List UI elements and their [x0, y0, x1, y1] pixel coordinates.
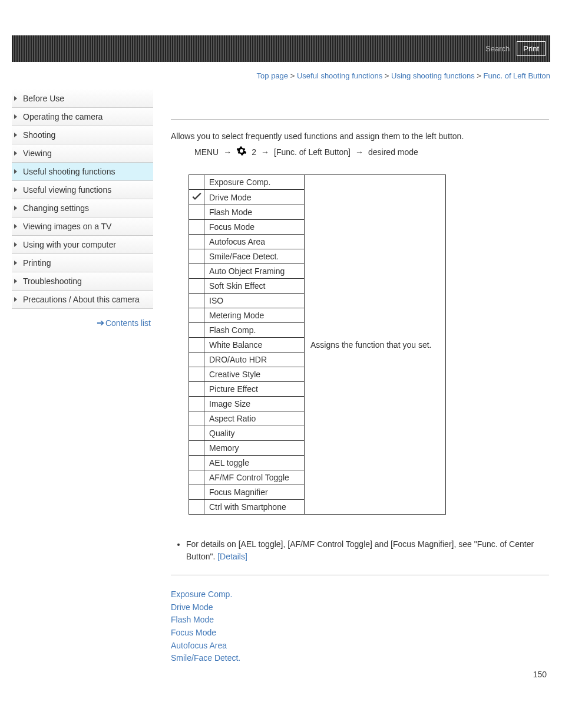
function-cell: Auto Object Framing	[204, 264, 305, 279]
table-row: Exposure Comp.Assigns the function that …	[189, 175, 446, 190]
sidebar-item[interactable]: Shooting	[12, 126, 153, 144]
check-cell	[189, 397, 204, 411]
function-cell: Focus Mode	[204, 220, 305, 235]
function-cell: AF/MF Control Toggle	[204, 470, 305, 485]
sidebar-item-label: Useful viewing functions	[23, 185, 111, 195]
sidebar-item-label: Operating the camera	[23, 112, 103, 121]
print-button[interactable]: Print	[517, 41, 546, 56]
function-cell: AEL toggle	[204, 456, 305, 470]
header-bar: Search Print	[12, 35, 550, 62]
function-cell: DRO/Auto HDR	[204, 353, 305, 367]
check-cell	[189, 279, 204, 294]
check-cell	[189, 470, 204, 485]
breadcrumb: Top page > Useful shooting functions > U…	[0, 71, 550, 80]
check-cell	[189, 264, 204, 279]
divider	[171, 575, 549, 575]
sidebar-item[interactable]: Troubleshooting	[12, 272, 153, 291]
function-cell: Soft Skin Effect	[204, 279, 305, 294]
function-cell: Flash Mode	[204, 205, 305, 220]
sidebar-item[interactable]: Operating the camera	[12, 108, 153, 126]
related-link[interactable]: Autofocus Area	[171, 640, 549, 653]
sidebar-item[interactable]: Changing settings	[12, 199, 153, 218]
sidebar-item[interactable]: Useful viewing functions	[12, 181, 153, 199]
function-cell: Picture Effect	[204, 382, 305, 397]
gear-page-num: 2	[252, 147, 256, 157]
check-cell	[189, 382, 204, 397]
triangle-icon	[14, 261, 17, 265]
menu-label: MENU	[194, 147, 219, 157]
function-cell: Metering Mode	[204, 308, 305, 323]
triangle-icon	[14, 279, 17, 284]
menu-path: MENU → 2 → [Func. of Left Button] → desi…	[194, 146, 549, 158]
check-cell	[189, 441, 204, 456]
triangle-icon	[14, 96, 17, 101]
check-icon	[191, 191, 203, 202]
function-cell: Flash Comp.	[204, 323, 305, 338]
arrow-right-icon: ➔	[97, 318, 104, 328]
triangle-icon	[14, 187, 17, 192]
function-cell: ISO	[204, 294, 305, 308]
related-link[interactable]: Focus Mode	[171, 627, 549, 640]
triangle-icon	[14, 169, 17, 174]
breadcrumb-section[interactable]: Useful shooting functions	[297, 71, 382, 80]
function-cell: Exposure Comp.	[204, 175, 305, 190]
function-cell: Autofocus Area	[204, 235, 305, 249]
menu-step1: [Func. of Left Button]	[274, 147, 351, 157]
check-cell	[189, 175, 204, 190]
sidebar-item[interactable]: Printing	[12, 254, 153, 272]
check-cell	[189, 190, 204, 205]
triangle-icon	[14, 206, 17, 210]
check-cell	[189, 294, 204, 308]
related-link[interactable]: Flash Mode	[171, 614, 549, 627]
related-link[interactable]: Drive Mode	[171, 601, 549, 614]
gear-icon	[236, 146, 247, 158]
related-link[interactable]: Exposure Comp.	[171, 588, 549, 601]
sidebar-item-label: Shooting	[23, 130, 55, 140]
sidebar-item-label: Changing settings	[23, 203, 89, 213]
sidebar-item-label: Troubleshooting	[23, 276, 82, 286]
related-link[interactable]: Smile/Face Detect.	[171, 652, 549, 665]
sidebar-item[interactable]: Viewing images on a TV	[12, 218, 153, 236]
triangle-icon	[14, 114, 17, 119]
function-cell: Ctrl with Smartphone	[204, 500, 305, 515]
breadcrumb-current[interactable]: Func. of Left Button	[484, 71, 550, 80]
check-cell	[189, 500, 204, 515]
sidebar-item-label: Viewing images on a TV	[23, 222, 111, 231]
sidebar-item-label: Printing	[23, 258, 51, 268]
note-item: For details on [AEL toggle], [AF/MF Cont…	[186, 538, 549, 563]
check-cell	[189, 411, 204, 426]
sidebar-item[interactable]: Viewing	[12, 144, 153, 163]
triangle-icon	[14, 151, 17, 156]
breadcrumb-top[interactable]: Top page	[257, 71, 289, 80]
description-cell: Assigns the function that you set.	[305, 175, 446, 515]
check-cell	[189, 367, 204, 382]
arrow-icon: →	[223, 147, 232, 157]
arrow-icon: →	[261, 147, 269, 157]
main-content: Allows you to select frequently used fun…	[153, 86, 562, 679]
check-cell	[189, 249, 204, 264]
sidebar-item[interactable]: Before Use	[12, 90, 153, 108]
sidebar-item-label: Precautions / About this camera	[23, 295, 140, 304]
function-cell: Image Size	[204, 397, 305, 411]
sidebar: Before UseOperating the cameraShootingVi…	[0, 86, 153, 679]
details-link[interactable]: [Details]	[217, 552, 247, 561]
mode-table: Exposure Comp.Assigns the function that …	[189, 174, 446, 515]
sidebar-item-label: Viewing	[23, 149, 52, 158]
arrow-icon: →	[355, 147, 363, 157]
check-cell	[189, 220, 204, 235]
sidebar-item[interactable]: Precautions / About this camera	[12, 291, 153, 309]
sidebar-item-label: Before Use	[23, 94, 64, 103]
function-cell: Creative Style	[204, 367, 305, 382]
search-link[interactable]: Search	[485, 44, 510, 53]
intro-text: Allows you to select frequently used fun…	[171, 131, 549, 141]
sidebar-item[interactable]: Using with your computer	[12, 236, 153, 254]
divider	[171, 119, 549, 120]
contents-list-link[interactable]: Contents list	[105, 318, 151, 328]
check-cell	[189, 456, 204, 470]
related-links: Exposure Comp.Drive ModeFlash ModeFocus …	[171, 588, 549, 665]
sidebar-item[interactable]: Useful shooting functions	[12, 163, 153, 181]
check-cell	[189, 205, 204, 220]
breadcrumb-subsection[interactable]: Using shooting functions	[391, 71, 475, 80]
function-cell: Memory	[204, 441, 305, 456]
triangle-icon	[14, 224, 17, 229]
